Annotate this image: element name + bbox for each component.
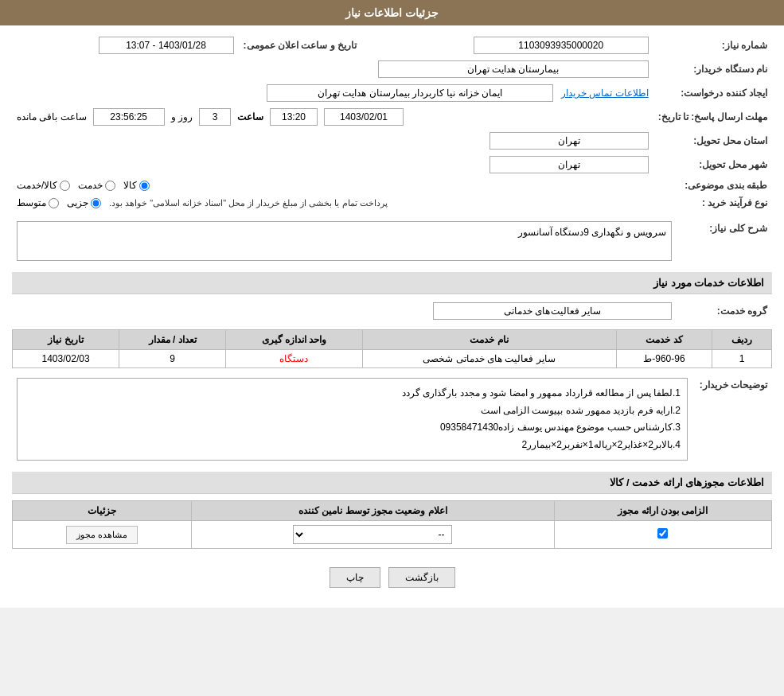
- city-row: شهر محل تحویل:: [12, 153, 772, 177]
- main-info-table: شماره نیاز: تاریخ و ساعت اعلان عمومی: نا…: [12, 33, 772, 212]
- purchase-motosat-option[interactable]: متوسط: [17, 197, 59, 208]
- buyer-name-value-cell: [12, 57, 653, 81]
- service-group-label: گروه خدمت:: [677, 299, 772, 323]
- service-group-value-cell: [12, 299, 677, 323]
- category-options: کالا/خدمت خدمت کالا: [12, 177, 653, 194]
- purchase-jozee-radio[interactable]: [91, 198, 101, 208]
- purchase-desc-text: پرداخت تمام یا بخشی از مبلغ خریدار از مح…: [109, 198, 388, 208]
- permits-header-row: الزامی بودن ارائه مجوز اعلام وضعیت مجوز …: [13, 501, 772, 521]
- permits-col-details: جزئیات: [13, 501, 192, 521]
- date-value-cell: [12, 33, 239, 57]
- col-unit: واحد اندازه گیری: [226, 330, 363, 350]
- buyer-name-label: نام دستگاه خریدار:: [653, 57, 772, 81]
- timer-section: ساعت باقی مانده روز و ساعت: [17, 108, 649, 126]
- print-button[interactable]: چاپ: [330, 567, 380, 588]
- permit-details-cell: مشاهده مجوز: [13, 521, 192, 549]
- main-content: شماره نیاز: تاریخ و ساعت اعلان عمومی: نا…: [0, 25, 784, 608]
- purchase-type-group: متوسط جزیی پرداخت تمام یا بخشی از مبلغ خ…: [17, 197, 649, 208]
- service-group-row: گروه خدمت:: [12, 299, 772, 323]
- col-name: نام خدمت: [362, 330, 616, 350]
- remaining-label: ساعت باقی مانده: [17, 111, 87, 122]
- date-label: تاریخ و ساعت اعلان عمومی:: [239, 33, 365, 57]
- province-input[interactable]: [490, 132, 649, 150]
- buyer-notices-row: توضیحات خریدار: 1.لطفا پس از مطالعه قرار…: [12, 375, 772, 464]
- need-number-input[interactable]: [474, 37, 649, 54]
- purchase-motosat-radio[interactable]: [49, 198, 59, 208]
- response-date-input: [324, 108, 404, 126]
- buyer-notices-box: 1.لطفا پس از مطالعه قرارداد ممهور و امضا…: [17, 378, 688, 461]
- permit-status-select[interactable]: --: [293, 525, 452, 544]
- category-khadamat-option[interactable]: خدمت: [78, 180, 115, 191]
- buyer-notice-item: 3.کارشناس حسب موضوع مهندس یوسف زاده09358…: [24, 419, 681, 437]
- category-kala-label: کالا: [123, 180, 137, 191]
- category-kala-khadamat-label: کالا/خدمت: [17, 180, 57, 191]
- city-input[interactable]: [490, 156, 649, 173]
- province-value-cell: [12, 129, 653, 153]
- time-label: ساعت: [237, 111, 263, 122]
- category-kala-khadamat-option[interactable]: کالا/خدمت: [17, 180, 70, 191]
- response-time-input: [270, 108, 318, 126]
- need-number-row: شماره نیاز: تاریخ و ساعت اعلان عمومی:: [12, 33, 772, 57]
- permits-table: الزامی بودن ارائه مجوز اعلام وضعیت مجوز …: [12, 500, 772, 549]
- need-number-label: شماره نیاز:: [653, 33, 772, 57]
- services-table: ردیف کد خدمت نام خدمت واحد اندازه گیری ت…: [12, 329, 772, 368]
- permit-required-checkbox[interactable]: [657, 528, 668, 539]
- category-khadamat-label: خدمت: [78, 180, 103, 191]
- need-desc-box: سرویس و نگهداری 9دستگاه آسانسور: [17, 221, 672, 261]
- services-table-head: ردیف کد خدمت نام خدمت واحد اندازه گیری ت…: [13, 330, 772, 350]
- permit-required-cell: [554, 521, 771, 549]
- purchase-type-value-cell: متوسط جزیی پرداخت تمام یا بخشی از مبلغ خ…: [12, 194, 653, 212]
- category-kala-radio[interactable]: [139, 181, 150, 191]
- response-deadline-label: مهلت ارسال پاسخ: تا تاریخ:: [653, 105, 772, 129]
- response-deadline-row: مهلت ارسال پاسخ: تا تاریخ: ساعت باقی مان…: [12, 105, 772, 129]
- creator-contact-link[interactable]: اطلاعات تماس خریدار: [561, 87, 649, 99]
- need-desc-label: شرح کلی نیاز:: [677, 218, 772, 264]
- back-button[interactable]: بازگشت: [388, 567, 455, 588]
- creator-value-cell: اطلاعات تماس خریدار: [12, 81, 653, 105]
- need-number-value-cell: [365, 33, 653, 57]
- purchase-jozee-option[interactable]: جزیی: [67, 197, 101, 208]
- category-khadamat-radio[interactable]: [105, 181, 115, 191]
- page-wrapper: جزئیات اطلاعات نیاز شماره نیاز: تاریخ و …: [0, 0, 784, 608]
- purchase-type-row: نوع فرآیند خرید : متوسط جزیی: [12, 194, 772, 212]
- page-header: جزئیات اطلاعات نیاز: [0, 0, 784, 25]
- need-desc-row: شرح کلی نیاز: سرویس و نگهداری 9دستگاه آس…: [12, 218, 772, 264]
- service-row-num: 1: [712, 350, 772, 368]
- buyer-notices-label: توضیحات خریدار:: [692, 375, 772, 464]
- col-date: تاریخ نیاز: [13, 330, 119, 350]
- response-deadline-value-cell: ساعت باقی مانده روز و ساعت: [12, 105, 653, 129]
- permits-table-row: -- مشاهده مجوز: [13, 521, 772, 549]
- days-input: [199, 108, 231, 126]
- service-name: سایر فعالیت های خدماتی شخصی: [362, 350, 616, 368]
- service-date: 1403/02/03: [13, 350, 119, 368]
- service-quantity: 9: [119, 350, 226, 368]
- col-code: کد خدمت: [616, 330, 712, 350]
- services-section-title: اطلاعات خدمات مورد نیاز: [12, 272, 772, 294]
- category-radio-group: کالا/خدمت خدمت کالا: [17, 180, 649, 191]
- buyer-name-row: نام دستگاه خریدار:: [12, 57, 772, 81]
- need-desc-value-cell: سرویس و نگهداری 9دستگاه آسانسور: [12, 218, 677, 264]
- creator-row: ایجاد کننده درخواست: اطلاعات تماس خریدار: [12, 81, 772, 105]
- permits-col-required: الزامی بودن ارائه مجوز: [554, 501, 771, 521]
- purchase-motosat-label: متوسط: [17, 197, 46, 208]
- category-kala-option[interactable]: کالا: [123, 180, 150, 191]
- purchase-type-label: نوع فرآیند خرید :: [653, 194, 772, 212]
- category-kala-khadamat-radio[interactable]: [60, 181, 70, 191]
- services-table-row: 1 960-96-ط سایر فعالیت های خدماتی شخصی د…: [13, 350, 772, 368]
- date-input[interactable]: [99, 37, 234, 54]
- days-and-label: روز و: [171, 111, 193, 122]
- permits-table-body: -- مشاهده مجوز: [13, 521, 772, 549]
- service-unit: دستگاه: [226, 350, 363, 368]
- buyer-name-input[interactable]: [378, 60, 649, 78]
- province-label: استان محل تحویل:: [653, 129, 772, 153]
- purchase-radio-group: متوسط جزیی: [17, 197, 101, 208]
- permits-col-status: اعلام وضعیت مجوز توسط نامین کننده: [191, 501, 554, 521]
- city-label: شهر محل تحویل:: [653, 153, 772, 177]
- permit-view-button[interactable]: مشاهده مجوز: [66, 526, 138, 544]
- service-group-input[interactable]: [433, 302, 672, 320]
- buyer-notice-item: 4.بالابر2×غذایر2×ریاله1×نفربر2×بیمارر2: [24, 437, 681, 454]
- creator-input[interactable]: [267, 84, 553, 102]
- col-row: ردیف: [712, 330, 772, 350]
- province-row: استان محل تحویل:: [12, 129, 772, 153]
- creator-label: ایجاد کننده درخواست:: [653, 81, 772, 105]
